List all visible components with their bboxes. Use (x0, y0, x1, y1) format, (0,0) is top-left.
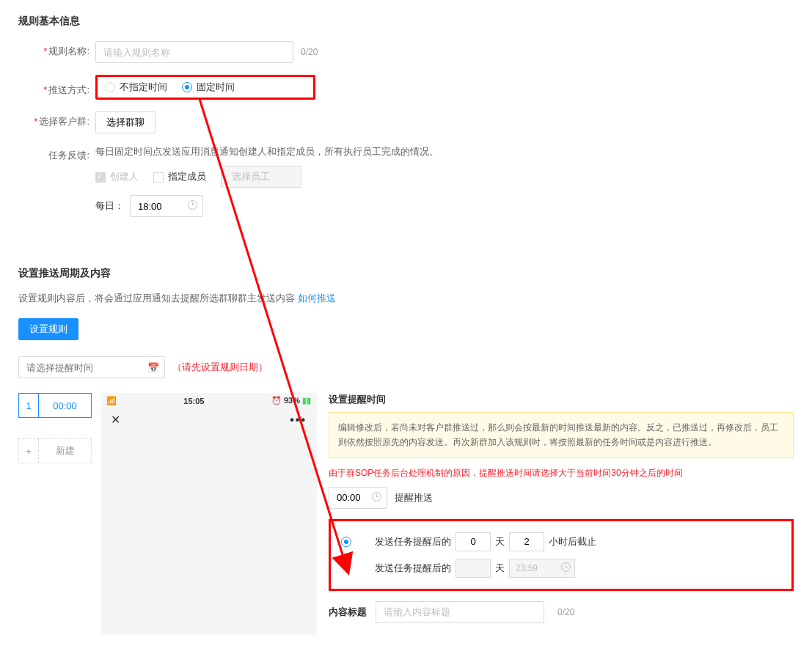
opt1-text: 发送任务提醒后的 (375, 535, 451, 548)
daily-label: 每日： (95, 199, 124, 213)
section2-desc: 设置规则内容后，将会通过应用通知去提醒所选群聊群主发送内容 (18, 293, 295, 304)
phone-preview: 📶 15:05 ⏰ 93% ▮▮ ✕ ••• (100, 393, 317, 635)
content-title-label: 内容标题 (329, 606, 367, 619)
signal-icon: 📶 (106, 396, 117, 405)
warning-text: 由于群SOP任务后台处理机制的原因，提醒推送时间请选择大于当前时间30分钟之后的… (329, 467, 794, 480)
set-rule-button[interactable]: 设置规则 (18, 318, 78, 340)
opt1-hour-label: 小时后截止 (549, 535, 596, 548)
preview-battery: 93% (284, 396, 300, 405)
preview-time: 15:05 (183, 397, 204, 405)
rule-name-input[interactable] (95, 41, 293, 63)
how-to-push-link[interactable]: 如何推送 (298, 293, 336, 304)
push-mode-highlight: 不指定时间 固定时间 (95, 75, 315, 100)
side-tabs: 1 00:00 + 新建 (18, 393, 92, 463)
label-push-mode: 推送方式: (43, 84, 89, 95)
alarm-icon: ⏰ (271, 396, 282, 405)
opt1-days-input[interactable] (456, 532, 491, 551)
label-rule-name: 规则名称: (0, 41, 95, 58)
section-basic-title: 规则基本信息 (0, 0, 812, 35)
content-title-input[interactable] (376, 601, 544, 623)
deadline-highlight-box: 发送任务提醒后的 天 小时后截止 发送任务提醒后的 天 (329, 519, 794, 591)
radio-deadline-hours[interactable] (341, 537, 356, 547)
tab-time[interactable]: 00:00 (39, 393, 92, 418)
section-push-title: 设置推送周期及内容 (0, 252, 812, 287)
clock-icon (372, 492, 381, 504)
opt1-hours-input[interactable] (509, 532, 544, 551)
opt2-days-input[interactable] (456, 559, 491, 578)
date-hint: （请先设置规则日期） (172, 361, 268, 374)
tab-index[interactable]: 1 (18, 393, 39, 418)
cb-members[interactable]: 指定成员 (153, 170, 206, 183)
tab-add-icon[interactable]: + (18, 438, 39, 463)
radio-no-fixed-time[interactable]: 不指定时间 (105, 81, 167, 94)
content-title-counter: 0/20 (557, 607, 574, 617)
daily-time-input[interactable] (130, 195, 203, 217)
rule-name-counter: 0/20 (301, 47, 318, 57)
radio-fixed-time[interactable]: 固定时间 (182, 81, 235, 94)
info-box: 编辑修改后，若尚未对客户群推送过，那么则会按最新的时间推送最新的内容。反之，已推… (329, 412, 794, 458)
select-group-button[interactable]: 选择群聊 (95, 111, 156, 133)
reminder-date-input[interactable]: 📅 (18, 356, 165, 378)
opt2-text: 发送任务提醒后的 (375, 562, 451, 575)
opt2-day-label: 天 (495, 562, 505, 575)
rp-title: 设置提醒时间 (329, 393, 794, 406)
radio-deadline-time[interactable] (341, 563, 356, 573)
reminder-push-time-input[interactable] (329, 487, 387, 509)
preview-close-icon[interactable]: ✕ (111, 413, 120, 427)
label-select-group: 选择客户群: (0, 111, 95, 128)
tab-add-label[interactable]: 新建 (39, 438, 92, 463)
clock-icon (561, 562, 571, 574)
cb-creator: 创建人 (95, 170, 139, 183)
clock-icon (188, 200, 197, 212)
opt1-day-label: 天 (495, 535, 505, 548)
label-feedback: 任务反馈: (0, 145, 95, 162)
reminder-push-label: 提醒推送 (395, 491, 433, 504)
preview-menu-icon[interactable]: ••• (290, 414, 307, 427)
battery-icon: ▮▮ (302, 396, 311, 405)
calendar-icon: 📅 (147, 362, 159, 373)
select-staff-button: 选择员工 (221, 166, 301, 188)
feedback-desc: 每日固定时间点发送应用消息通知创建人和指定成员，所有执行员工完成的情况。 (95, 145, 439, 158)
